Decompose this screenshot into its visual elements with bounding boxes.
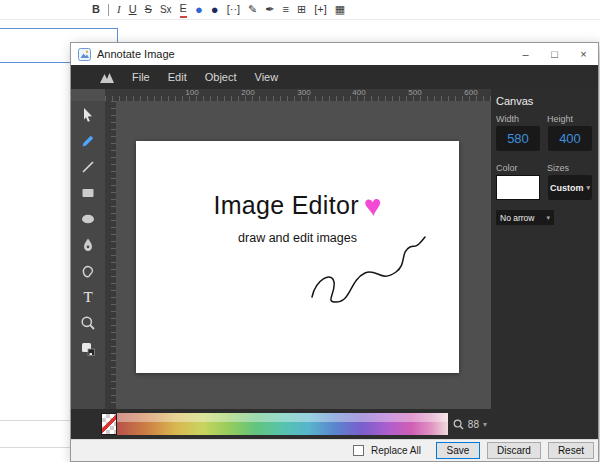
color-label: Color [496, 163, 547, 173]
bottom-strip: 88 ▾ [71, 409, 491, 439]
pencil-icon[interactable]: ✎ [248, 0, 257, 19]
close-button[interactable]: × [569, 43, 598, 65]
drawing-canvas[interactable]: Image Editor ♥ draw and edit images [136, 141, 459, 373]
editor-area: File Edit Object View 100 200 300 400 50… [71, 65, 598, 439]
pen-icon[interactable]: ✒ [265, 0, 274, 19]
rectangle-tool[interactable] [75, 182, 101, 204]
width-field[interactable]: 580 [496, 126, 540, 151]
menu-bar: File Edit Object View [71, 65, 598, 89]
arrow-style-dropdown[interactable]: No arrow ▾ [496, 210, 554, 225]
canvas-title-text[interactable]: Image Editor [213, 191, 358, 220]
toolbar-separator [108, 4, 109, 16]
select-tool[interactable] [75, 104, 101, 126]
color-spectrum-picker[interactable] [117, 413, 448, 435]
blue-color-icon[interactable]: ● [195, 0, 203, 19]
navy-color-icon[interactable]: ● [211, 0, 219, 19]
strikethrough-icon[interactable]: S [145, 0, 152, 19]
editor-workspace: Image Editor ♥ draw and edit images [116, 101, 491, 409]
zoom-value: 88 [468, 419, 479, 430]
stroke-color-swatch[interactable] [496, 175, 540, 200]
code-brackets-icon[interactable]: [··] [227, 0, 240, 19]
menu-view[interactable]: View [246, 65, 288, 89]
menu-object[interactable]: Object [196, 65, 246, 89]
ruler-label: 300 [297, 89, 310, 97]
horizontal-ruler: 100 200 300 400 500 600 [105, 89, 491, 101]
window-controls: – □ × [511, 43, 598, 65]
text-tool[interactable]: T [75, 286, 101, 308]
arrow-style-value: No arrow [500, 213, 534, 223]
image-tool[interactable] [75, 338, 101, 360]
transparent-color-swatch[interactable] [101, 413, 117, 435]
menu-file[interactable]: File [123, 65, 159, 89]
vertical-ruler [105, 101, 116, 409]
sizes-dropdown[interactable]: Custom ▾ [548, 175, 592, 200]
dialog-titlebar[interactable]: Annotate Image – □ × [71, 43, 598, 65]
dialog-title: Annotate Image [97, 48, 175, 60]
underline-icon[interactable]: U [129, 0, 137, 19]
replace-all-label: Replace All [371, 445, 421, 456]
sizes-label: Sizes [547, 163, 598, 173]
subscript-icon[interactable]: Sx [160, 0, 172, 19]
image-icon[interactable]: ▦ [335, 0, 345, 19]
insert-brackets-icon[interactable]: [+] [314, 0, 327, 19]
editor-logo-icon [99, 71, 115, 84]
tool-strip: T [71, 101, 105, 409]
background-rule-line [0, 447, 70, 448]
table-icon[interactable]: ⊞ [297, 0, 306, 19]
ruler-label: 200 [241, 89, 254, 97]
font-color-icon[interactable]: E [180, 1, 187, 18]
pen-tool[interactable] [75, 234, 101, 256]
bold-icon[interactable]: B [92, 0, 100, 19]
ruler-label: 100 [185, 89, 198, 97]
save-button[interactable]: Save [436, 442, 480, 459]
minimize-button[interactable]: – [511, 43, 540, 65]
background-formatting-toolbar: B I U S Sx E ● ● [··] ✎ ✒ ≡ ⊞ [+] ▦ [92, 0, 345, 19]
dialog-footer: Replace All Save Discard Reset [71, 439, 598, 461]
sizes-value: Custom [550, 183, 584, 193]
magnifier-icon [453, 419, 464, 430]
chevron-down-icon: ▾ [586, 184, 590, 192]
discard-button[interactable]: Discard [487, 442, 541, 459]
heart-shape[interactable]: ♥ [363, 192, 382, 219]
chevron-down-icon: ▾ [483, 420, 487, 429]
panel-header: Canvas [496, 95, 598, 107]
ruler-label: 500 [408, 89, 421, 97]
align-justify-icon[interactable]: ≡ [283, 0, 289, 19]
chevron-down-icon: ▾ [546, 214, 550, 222]
ruler-label: 600 [464, 89, 477, 97]
freehand-squiggle[interactable] [306, 227, 436, 312]
canvas-title-object[interactable]: Image Editor ♥ [136, 191, 459, 220]
app-icon [78, 48, 91, 61]
zoom-tool[interactable] [75, 312, 101, 334]
reset-button[interactable]: Reset [548, 442, 594, 459]
background-toolbar-divider [0, 19, 600, 20]
ellipse-tool[interactable] [75, 208, 101, 230]
ruler-label: 400 [352, 89, 365, 97]
pencil-tool[interactable] [75, 130, 101, 152]
zoom-control[interactable]: 88 ▾ [453, 409, 487, 439]
width-label: Width [496, 114, 547, 124]
curve-tool[interactable] [75, 260, 101, 282]
annotate-image-dialog: Annotate Image – □ × File Edit Object Vi… [70, 42, 599, 462]
replace-all-checkbox[interactable] [353, 445, 364, 456]
height-field[interactable]: 400 [548, 126, 592, 151]
italic-icon[interactable]: I [117, 0, 121, 19]
line-tool[interactable] [75, 156, 101, 178]
screen: B I U S Sx E ● ● [··] ✎ ✒ ≡ ⊞ [+] ▦ Anno… [0, 0, 600, 462]
canvas-properties-panel: Canvas Width Height 580 400 Color Sizes [491, 89, 598, 439]
height-label: Height [547, 114, 598, 124]
background-rule-line [0, 420, 70, 421]
menu-edit[interactable]: Edit [159, 65, 196, 89]
maximize-button[interactable]: □ [540, 43, 569, 65]
